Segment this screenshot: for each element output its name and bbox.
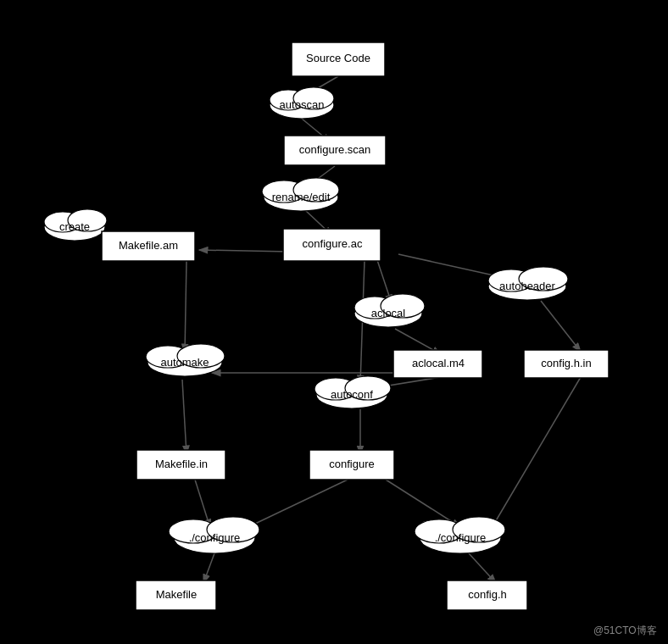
edge-autoheader-configh-in [541,301,581,352]
node-configure-run2: ./configure [415,517,505,553]
node-autoheader: autoheader [488,267,568,300]
makefile-in-label: Makefile.in [155,458,208,470]
node-autoconf: autoconf [315,376,391,408]
autoscan-label: autoscan [280,98,325,111]
rename-edit-label: rename/edit [272,191,331,203]
node-config-h: config.h [447,580,527,610]
node-automake: automake [146,344,225,376]
configure-run1-label: ./configure [189,531,241,544]
source-code-label: Source Code [306,52,370,64]
edge-confrun2-configh [469,553,496,583]
autoheader-label: autoheader [499,280,555,292]
watermark: @51CTO博客 [593,625,657,636]
node-aclocal: aclocal [354,294,425,327]
autoconf-label: autoconf [331,388,373,401]
configure-scan-label: configure.scan [299,143,371,156]
makefile-out-label: Makefile [156,588,197,601]
automake-label: automake [160,356,209,369]
configure-ac-label: configure.ac [303,237,363,250]
node-configure-scan: configure.scan [284,136,386,165]
node-makefile-in: Makefile.in [136,450,225,480]
node-configure: configure [309,450,394,480]
configure-label: configure [329,458,374,470]
aclocal-label: aclocal [371,307,406,319]
config-h-label: config.h [468,588,507,601]
node-aclocal-m4: aclocal.m4 [393,350,482,378]
config-h-in-label: config.h.in [541,357,591,369]
node-rename-edit: rename/edit [262,178,339,211]
node-create: create [44,209,107,241]
edge-automake-makefilein [182,380,186,454]
aclocal-m4-label: aclocal.m4 [412,357,465,369]
node-source-code: Source Code [292,42,385,76]
node-makefile-out: Makefile [136,580,216,610]
node-autoscan: autoscan [270,87,334,119]
create-label: create [59,220,90,233]
edge-makefileam-automake [185,261,186,353]
edge-configh-in-confrun2 [492,377,581,528]
configure-run2-label: ./configure [435,531,487,544]
node-configure-run1: ./configure [169,517,259,553]
diagram-svg: Source Code autoscan configure.scan rena… [0,0,668,644]
makefile-am-label: Makefile.am [119,239,178,252]
node-makefile-am: Makefile.am [102,231,195,261]
edge-confrun1-makefile [203,553,214,583]
node-config-h-in: config.h.in [524,350,609,378]
node-configure-ac: configure.ac [283,229,381,261]
